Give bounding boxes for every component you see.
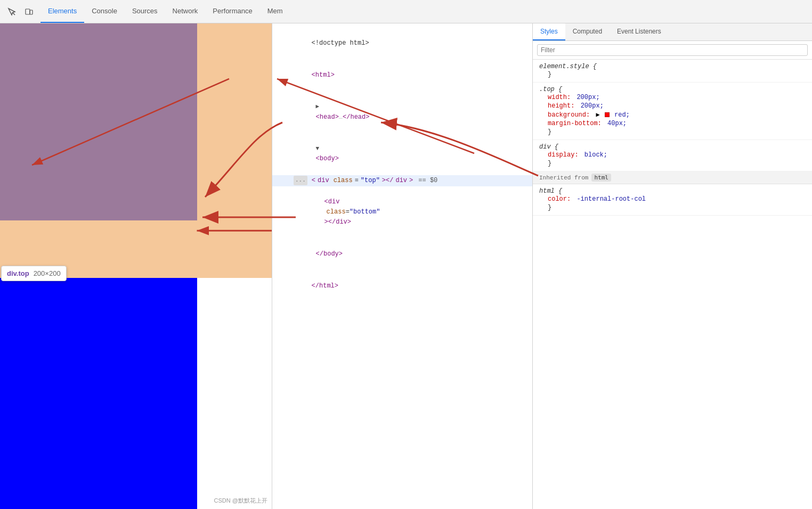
tab-event-listeners[interactable]: Event Listeners — [610, 23, 669, 40]
styles-content: element.style { } .top { width: 200px; h… — [533, 60, 812, 509]
top-margin-bottom-line: margin-bottom: 40px; — [539, 119, 806, 128]
top-height-line: height: 200px; — [539, 102, 806, 110]
styles-panel: Styles Computed Event Listeners element.… — [533, 23, 812, 509]
preview-pane: div.top 200×200 CSDN @默默花上开 — [0, 23, 272, 509]
tab-console[interactable]: Console — [84, 0, 125, 23]
toolbar-icons — [0, 4, 40, 19]
div-selector: div { — [539, 143, 806, 151]
div-bottom-element — [0, 278, 197, 509]
page-content: div.top 200×200 — [0, 23, 272, 509]
html-line-head[interactable]: ▶ <head>…</head> — [272, 91, 532, 133]
tab-more[interactable]: Mem — [260, 0, 290, 23]
styles-filter — [533, 41, 812, 60]
html-line-body[interactable]: ▼ <body> — [272, 133, 532, 175]
element-tooltip: div.top 200×200 — [1, 266, 67, 281]
div-top-element — [0, 23, 197, 220]
top-rule-close: } — [539, 128, 806, 136]
html-line-html-close[interactable]: </html> — [272, 270, 532, 302]
tab-styles[interactable]: Styles — [533, 23, 565, 40]
devtools-toolbar: Elements Console Sources Network Perform… — [0, 0, 812, 23]
elements-content[interactable]: <!doctype html> <html> ▶ <head>…</head> … — [272, 23, 532, 509]
top-selector: .top { — [539, 86, 806, 93]
html-line-div-bottom[interactable]: <div class="bottom" ></div> — [272, 186, 532, 239]
tab-computed[interactable]: Computed — [565, 23, 610, 40]
div-display-line: display: block; — [539, 151, 806, 159]
svg-rect-0 — [26, 9, 30, 14]
elements-panel: <!doctype html> <html> ▶ <head>…</head> … — [272, 23, 533, 509]
element-style-rule: element.style { } — [533, 60, 812, 83]
tooltip-classname: div.top — [7, 269, 29, 277]
tab-network[interactable]: Network — [165, 0, 206, 23]
main-container: div.top 200×200 CSDN @默默花上开 <!doctype ht… — [0, 23, 812, 509]
tooltip-dimensions: 200×200 — [34, 269, 61, 277]
html-selector: html { — [539, 187, 806, 195]
html-line-doctype[interactable]: <!doctype html> — [272, 28, 532, 60]
device-icon[interactable] — [21, 4, 36, 19]
top-width-line: width: 200px; — [539, 93, 806, 102]
devtools-tab-bar: Elements Console Sources Network Perform… — [40, 0, 812, 23]
filter-input[interactable] — [537, 44, 808, 56]
html-rule: html { color: -internal-root-col } — [533, 184, 812, 216]
inherited-tag: html — [591, 174, 611, 182]
tab-performance[interactable]: Performance — [205, 0, 259, 23]
tab-sources[interactable]: Sources — [125, 0, 165, 23]
div-rule: div { display: block; } — [533, 140, 812, 171]
top-class-rule: .top { width: 200px; height: 200px; back… — [533, 83, 812, 140]
html-line-body-close[interactable]: </body> — [272, 239, 532, 270]
html-line-html[interactable]: <html> — [272, 60, 532, 92]
html-color-line: color: -internal-root-col — [539, 195, 806, 203]
inspect-icon[interactable] — [4, 4, 19, 19]
element-style-selector: element.style { — [539, 63, 806, 70]
color-swatch-red — [605, 112, 610, 117]
top-background-line: background: ▶ red; — [539, 110, 806, 119]
svg-rect-1 — [30, 10, 33, 14]
html-rule-close: } — [539, 203, 806, 212]
inherited-label: Inherited from html — [533, 171, 812, 184]
element-style-close: } — [539, 70, 806, 79]
tab-elements[interactable]: Elements — [40, 0, 84, 23]
styles-tab-bar: Styles Computed Event Listeners — [533, 23, 812, 41]
html-line-div-top[interactable]: ... <div class="top" ></div> == $0 — [272, 175, 532, 186]
div-rule-close: } — [539, 159, 806, 168]
